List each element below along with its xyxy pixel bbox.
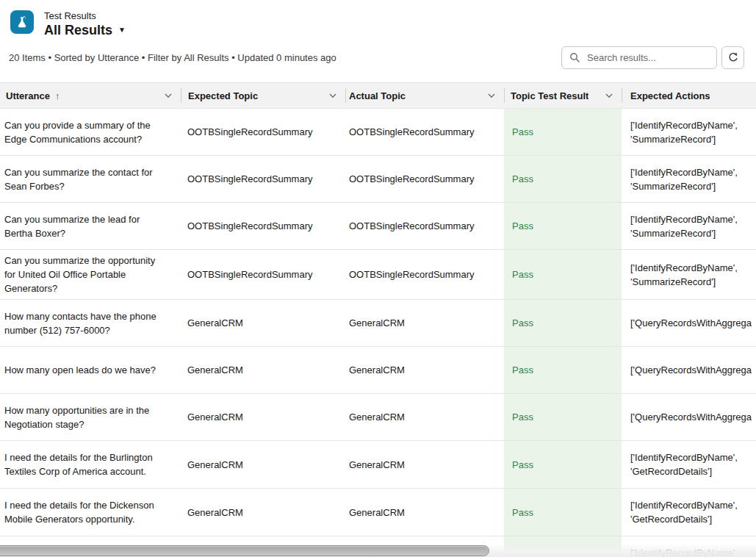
actual-topic-text: OOTBSingleRecordSummary — [349, 125, 475, 139]
table-row: Can you summarize the lead for Bertha Bo… — [0, 203, 756, 250]
list-view-selector[interactable]: All Results ▼ — [44, 23, 126, 37]
column-header[interactable]: Utterance ↑ — [0, 83, 181, 108]
cell-expected-topic: GeneralCRM — [181, 394, 345, 440]
actual-topic-text: OOTBSingleRecordSummary — [349, 267, 475, 281]
column-menu-icon[interactable] — [163, 90, 173, 101]
cell-expected-actions: ['QueryRecordsWithAggrega — [622, 347, 756, 393]
column-header[interactable]: Expected Actions — [622, 83, 756, 108]
cell-expected-actions: ['IdentifyRecordByName', 'GetRecordDetai… — [622, 489, 756, 536]
table-row: I need the details for the Burlington Te… — [0, 441, 756, 489]
actual-topic-text: GeneralCRM — [349, 363, 405, 377]
result-badge: Pass — [512, 267, 533, 281]
cell-expected-actions: ['IdentifyRecordByName', 'SummarizeRecor… — [622, 156, 756, 202]
expected-topic-text: GeneralCRM — [187, 458, 243, 472]
result-badge: Pass — [512, 410, 533, 424]
table-row: How many opportunities are in the Negoti… — [0, 394, 756, 441]
column-header-label: Topic Test Result — [511, 90, 588, 101]
cell-expected-actions: ['IdentifyRecordByName', 'GetRecordDetai… — [622, 441, 756, 488]
column-header-label: Expected Actions — [630, 90, 710, 101]
search-input[interactable] — [586, 51, 709, 64]
column-header[interactable]: Actual Topic — [345, 83, 504, 108]
cell-actual-topic: GeneralCRM — [345, 347, 504, 393]
actual-topic-text: GeneralCRM — [349, 410, 405, 424]
results-table: Utterance ↑ Expected Topic Actual Topic — [0, 82, 756, 557]
cell-actual-topic: GeneralCRM — [345, 394, 504, 440]
cell-utterance: How many contacts have the phone number … — [0, 300, 181, 346]
utterance-text: Can you provide a summary of the Edge Co… — [4, 118, 166, 146]
actual-topic-text: OOTBSingleRecordSummary — [349, 219, 475, 233]
cell-expected-topic: OOTBSingleRecordSummary — [181, 156, 345, 202]
cell-expected-actions: ['IdentifyRecordByName', 'SummarizeRecor… — [622, 203, 756, 249]
horizontal-scrollbar-track — [0, 544, 756, 557]
expected-topic-text: GeneralCRM — [187, 506, 243, 520]
actual-topic-text: GeneralCRM — [349, 506, 405, 520]
app-header: Test Results All Results ▼ — [0, 0, 756, 41]
sort-ascending-icon: ↑ — [55, 90, 60, 101]
expected-actions-text: ['QueryRecordsWithAggrega — [630, 316, 752, 330]
expected-topic-text: OOTBSingleRecordSummary — [187, 172, 313, 186]
column-header-label: Expected Topic — [188, 90, 258, 101]
actual-topic-text: GeneralCRM — [349, 316, 405, 330]
expected-actions-text: ['QueryRecordsWithAggrega — [630, 363, 752, 377]
search-icon — [569, 52, 580, 62]
expected-actions-text: ['QueryRecordsWithAggrega — [630, 410, 752, 424]
cell-topic-test-result: Pass — [504, 441, 622, 488]
expected-topic-text: OOTBSingleRecordSummary — [187, 125, 313, 139]
table-row: How many contacts have the phone number … — [0, 300, 756, 347]
column-menu-icon[interactable] — [486, 90, 497, 101]
utterance-text: How many opportunities are in the Negoti… — [4, 403, 166, 431]
expected-topic-text: OOTBSingleRecordSummary — [187, 267, 313, 281]
list-controls: 20 Items • Sorted by Utterance • Filter … — [0, 41, 756, 73]
search-box[interactable] — [561, 46, 717, 69]
expected-actions-text: ['IdentifyRecordByName', 'SummarizeRecor… — [630, 261, 756, 289]
cell-topic-test-result: Pass — [504, 203, 622, 249]
test-results-flask-icon — [10, 10, 34, 34]
cell-expected-topic: OOTBSingleRecordSummary — [181, 203, 345, 249]
cell-actual-topic: OOTBSingleRecordSummary — [345, 203, 504, 249]
cell-actual-topic: GeneralCRM — [345, 489, 504, 536]
column-header[interactable]: Expected Topic — [181, 83, 345, 108]
result-badge: Pass — [512, 363, 533, 377]
expected-topic-text: GeneralCRM — [187, 316, 243, 330]
table-row: I need the details for the Dickenson Mob… — [0, 489, 756, 536]
cell-topic-test-result: Pass — [504, 109, 622, 155]
expected-actions-text: ['IdentifyRecordByName', 'SummarizeRecor… — [630, 118, 756, 146]
table-row: Can you provide a summary of the Edge Co… — [0, 109, 756, 156]
column-header[interactable]: Topic Test Result — [504, 83, 622, 108]
result-badge: Pass — [512, 458, 533, 472]
cell-utterance: Can you provide a summary of the Edge Co… — [0, 109, 181, 155]
cell-utterance: How many open leads do we have? — [0, 347, 181, 393]
utterance-text: I need the details for the Dickenson Mob… — [4, 498, 166, 526]
horizontal-scrollbar-thumb[interactable] — [0, 545, 489, 556]
cell-expected-topic: OOTBSingleRecordSummary — [181, 109, 345, 155]
result-badge: Pass — [512, 125, 533, 139]
cell-expected-topic: OOTBSingleRecordSummary — [181, 250, 345, 299]
entity-label: Test Results — [44, 10, 126, 21]
list-status-text: 20 Items • Sorted by Utterance • Filter … — [9, 52, 336, 63]
cell-actual-topic: OOTBSingleRecordSummary — [345, 250, 504, 299]
table-row: Can you summarize the opportunity for Un… — [0, 250, 756, 300]
cell-topic-test-result: Pass — [504, 156, 622, 202]
flask-glyph — [15, 15, 29, 29]
cell-utterance: Can you summarize the contact for Sean F… — [0, 156, 181, 202]
column-menu-icon[interactable] — [328, 90, 338, 101]
cell-utterance: Can you summarize the lead for Bertha Bo… — [0, 203, 181, 249]
expected-actions-text: ['IdentifyRecordByName', 'SummarizeRecor… — [630, 212, 756, 240]
column-menu-icon[interactable] — [604, 90, 614, 101]
result-badge: Pass — [512, 316, 533, 330]
column-header-label: Actual Topic — [349, 90, 406, 101]
cell-expected-actions: ['QueryRecordsWithAggrega — [622, 394, 756, 440]
refresh-icon — [727, 51, 739, 63]
expected-topic-text: OOTBSingleRecordSummary — [187, 219, 313, 233]
cell-expected-topic: GeneralCRM — [181, 300, 345, 346]
expected-actions-text: ['IdentifyRecordByName', 'GetRecordDetai… — [630, 450, 756, 478]
expected-topic-text: GeneralCRM — [187, 363, 243, 377]
cell-topic-test-result: Pass — [504, 394, 622, 440]
cell-expected-topic: GeneralCRM — [181, 489, 345, 536]
expected-actions-text: ['IdentifyRecordByName', 'GetRecordDetai… — [630, 498, 756, 526]
utterance-text: How many contacts have the phone number … — [4, 309, 166, 337]
cell-expected-topic: GeneralCRM — [181, 347, 345, 393]
refresh-button[interactable] — [721, 46, 744, 69]
utterance-text: How many open leads do we have? — [4, 363, 156, 377]
actual-topic-text: OOTBSingleRecordSummary — [349, 172, 475, 186]
